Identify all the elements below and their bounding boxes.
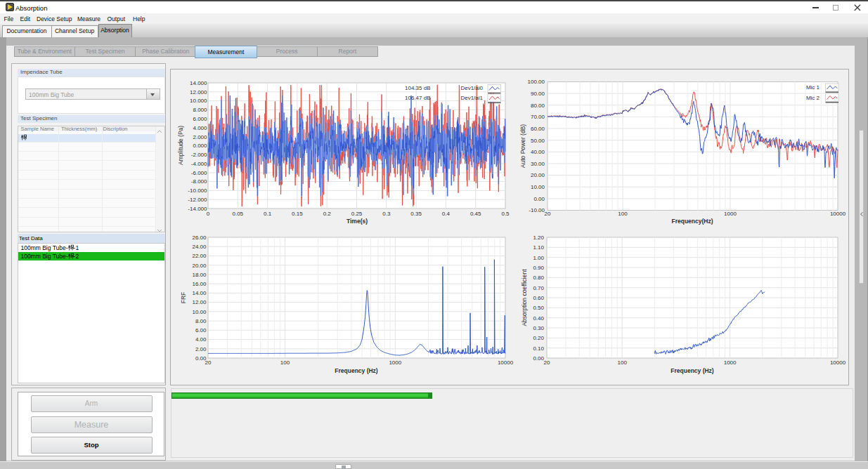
svg-text:0.25: 0.25: [351, 211, 363, 217]
svg-text:0.00: 0.00: [533, 196, 545, 202]
svg-text:1.10: 1.10: [533, 244, 544, 251]
svg-text:70.00: 70.00: [531, 114, 545, 120]
svg-text:Mic 1: Mic 1: [806, 84, 820, 91]
svg-text:10.00: 10.00: [531, 184, 545, 190]
svg-text:100: 100: [618, 211, 628, 217]
svg-text:106.47 dB: 106.47 dB: [405, 95, 430, 101]
svg-text:8.000: 8.000: [193, 107, 207, 113]
svg-text:0.30: 0.30: [533, 325, 544, 331]
svg-text:Dev1/ai1: Dev1/ai1: [460, 95, 483, 101]
svg-text:-12.000: -12.000: [188, 197, 207, 203]
svg-text:0.80: 0.80: [533, 275, 544, 281]
svg-text:1.00: 1.00: [533, 255, 544, 261]
svg-text:FRF: FRF: [180, 292, 187, 304]
svg-text:10000: 10000: [830, 359, 846, 366]
svg-text:-6.000: -6.000: [191, 170, 207, 176]
svg-text:0.15: 0.15: [292, 211, 303, 217]
svg-text:14.00: 14.00: [192, 290, 207, 296]
svg-text:Frequency (Hz): Frequency (Hz): [335, 367, 378, 374]
svg-text:Frequency (Hz): Frequency (Hz): [671, 367, 714, 374]
svg-text:20.00: 20.00: [531, 172, 545, 178]
svg-text:24.00: 24.00: [192, 244, 207, 250]
svg-text:26.00: 26.00: [192, 234, 207, 241]
svg-text:2.000: 2.000: [193, 134, 207, 140]
svg-text:22.00: 22.00: [192, 253, 207, 259]
svg-text:30.00: 30.00: [531, 161, 545, 167]
svg-text:8.00: 8.00: [195, 318, 207, 324]
svg-text:100.00: 100.00: [528, 79, 545, 85]
svg-text:10000: 10000: [830, 211, 846, 217]
svg-text:Frequency(Hz): Frequency(Hz): [671, 218, 713, 225]
svg-text:0.35: 0.35: [410, 211, 422, 217]
svg-text:Dev1/ai0: Dev1/ai0: [460, 85, 483, 91]
svg-text:100: 100: [618, 359, 628, 366]
svg-text:0.40: 0.40: [533, 315, 544, 322]
svg-text:0: 0: [207, 211, 210, 217]
svg-text:10.00: 10.00: [192, 309, 207, 315]
svg-text:14.000: 14.000: [190, 80, 207, 86]
svg-text:0.4: 0.4: [442, 211, 451, 217]
svg-text:12.000: 12.000: [190, 89, 207, 95]
svg-text:0.2: 0.2: [323, 211, 332, 217]
svg-text:6.000: 6.000: [193, 116, 207, 122]
svg-text:0.90: 0.90: [533, 265, 544, 271]
svg-text:10000: 10000: [498, 359, 514, 366]
svg-text:4.000: 4.000: [193, 125, 207, 131]
svg-text:4.00: 4.00: [195, 336, 207, 343]
svg-text:-10.000: -10.000: [188, 187, 207, 194]
svg-text:0.3: 0.3: [382, 211, 391, 217]
svg-text:1000: 1000: [389, 359, 401, 366]
svg-text:104.35 dB: 104.35 dB: [405, 85, 430, 91]
svg-text:-8.000: -8.000: [191, 178, 207, 185]
svg-text:12.00: 12.00: [192, 299, 207, 305]
svg-text:10.000: 10.000: [190, 98, 207, 104]
svg-text:0.00: 0.00: [533, 355, 544, 362]
svg-text:20: 20: [544, 359, 550, 366]
svg-text:0.45: 0.45: [470, 211, 481, 217]
svg-text:0.1: 0.1: [264, 211, 272, 217]
svg-text:0.60: 0.60: [533, 295, 544, 301]
svg-text:0.10: 0.10: [533, 345, 544, 352]
svg-text:20: 20: [205, 359, 212, 366]
svg-text:6.00: 6.00: [195, 327, 207, 333]
svg-text:0.70: 0.70: [533, 285, 544, 291]
svg-text:2.00: 2.00: [195, 346, 207, 352]
svg-text:Time(s): Time(s): [346, 218, 368, 225]
svg-text:Auto Power (dB): Auto Power (dB): [519, 124, 526, 169]
svg-text:1.20: 1.20: [533, 234, 544, 241]
svg-text:50.00: 50.00: [531, 138, 545, 144]
svg-text:-10.00: -10.00: [529, 207, 545, 213]
svg-text:16.00: 16.00: [192, 281, 207, 287]
svg-text:80.00: 80.00: [531, 103, 545, 109]
svg-text:-4.000: -4.000: [191, 161, 207, 167]
svg-text:40.00: 40.00: [531, 149, 545, 155]
svg-text:100: 100: [280, 359, 290, 366]
svg-text:1000: 1000: [724, 211, 737, 217]
svg-text:0.50: 0.50: [533, 305, 544, 311]
svg-text:90.00: 90.00: [531, 91, 545, 97]
svg-text:-2.000: -2.000: [191, 152, 207, 158]
svg-text:Mic 2: Mic 2: [806, 95, 820, 101]
svg-text:-14.000: -14.000: [188, 206, 207, 212]
svg-text:Amplitude (Pa): Amplitude (Pa): [177, 126, 184, 165]
svg-text:20.00: 20.00: [192, 263, 207, 269]
svg-text:0.05: 0.05: [233, 211, 244, 217]
svg-text:18.00: 18.00: [192, 272, 207, 278]
svg-text:1000: 1000: [724, 359, 737, 366]
svg-text:0.5: 0.5: [501, 211, 510, 217]
svg-text:0.20: 0.20: [533, 335, 544, 341]
svg-text:20: 20: [545, 211, 551, 217]
svg-text:60.00: 60.00: [531, 126, 545, 132]
svg-text:0.000: 0.000: [193, 143, 207, 149]
svg-text:Absorption coefficient: Absorption coefficient: [521, 269, 528, 326]
